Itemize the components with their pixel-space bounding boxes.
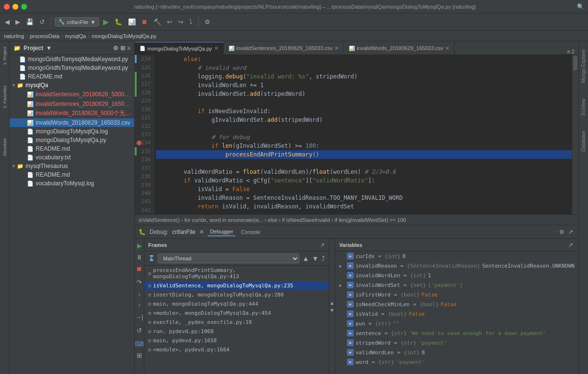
tab-inv-words[interactable]: 📊 invalidWords_20180629_165033.csv ✕	[344, 42, 455, 54]
tree-item-readme2[interactable]: 📄 README.md	[10, 144, 134, 153]
sidebar-tab-favorites[interactable]: 2: Favorites	[0, 80, 10, 114]
toolbar-undo-btn[interactable]: ↺	[38, 17, 47, 26]
breadcrumb-item-0[interactable]: naturling	[4, 33, 24, 39]
code-line-236	[156, 159, 572, 168]
step-out-btn[interactable]: ↪	[176, 17, 185, 26]
var-item-validwordlen[interactable]: ≡ validWordLen = {int} 8	[335, 348, 578, 357]
tab-mongo-dialog[interactable]: 📄 mongoDialogToMysqlQa.py ✕	[135, 42, 224, 54]
tab-close-icon[interactable]: ✕	[214, 45, 218, 52]
right-tab-sciview[interactable]: SciView	[580, 91, 587, 123]
project-gear-icon[interactable]: ⚙	[113, 45, 118, 52]
maximize-button[interactable]	[21, 4, 27, 10]
run-to-cursor-btn[interactable]: →|	[135, 312, 144, 322]
tree-item-invwords1[interactable]: 📊 invalidWords_20180628_5000个无效单词	[10, 108, 134, 118]
search-icon[interactable]: 🔍	[577, 3, 584, 10]
right-tab-mongo[interactable]: Mongo Explorer	[580, 41, 587, 91]
sidebar-tab-structure[interactable]: Structure	[0, 133, 10, 162]
run-config-dropdown[interactable]: 🔧 crifanFile ▼	[55, 17, 99, 26]
project-settings-icon[interactable]: ≡	[127, 45, 130, 52]
frame-item-3[interactable]: ⊞ main, mongoDialogToMysqlQa.py:444	[144, 299, 329, 309]
var-item-invalidwordlen[interactable]: ≡ invalidWordLen = {int} 1	[335, 271, 578, 280]
thread-down-btn[interactable]: ▼	[312, 255, 319, 262]
build-btn[interactable]: 🔨	[152, 17, 163, 26]
vars-expand-btn[interactable]: ↗	[567, 241, 575, 249]
tree-item-vocab[interactable]: 📄 vocabulary.txt	[10, 153, 134, 162]
frame-item-2[interactable]: ⊞ insertDialog, mongoDialogToMysqlQa.py:…	[144, 290, 329, 299]
tree-item-readme[interactable]: 📄 README.md	[10, 72, 134, 81]
frame-expand-btn[interactable]: ↗	[320, 242, 325, 248]
step-over-btn[interactable]: ↷	[135, 277, 144, 287]
sidebar-tab-project[interactable]: 1: Project	[0, 41, 10, 70]
toolbar-forward-btn[interactable]: ▶	[13, 17, 22, 26]
stop-debug-btn[interactable]: ⏹	[135, 264, 144, 273]
thread-dropdown[interactable]: MainThread	[158, 254, 299, 263]
scroll-down-btn[interactable]: ▼	[330, 308, 334, 313]
breadcrumb-item-3[interactable]: mongoDialogToMysqlQa.py	[91, 33, 156, 39]
pause-btn[interactable]: ⏸	[135, 252, 144, 262]
stop-button[interactable]: ⏹	[140, 17, 150, 26]
code-lines[interactable]: else: # invalid word logging.debug("inva…	[154, 55, 572, 214]
tree-item-readme3[interactable]: 📄 README.md	[10, 170, 134, 179]
var-item-stripedword[interactable]: ≡ stripedWord = {str} 'payment'	[335, 338, 578, 348]
run-button[interactable]: ▶	[101, 16, 111, 27]
tab-close-icon-2[interactable]: ✕	[334, 45, 339, 52]
editor-scrollbar[interactable]	[572, 55, 578, 214]
restore-layout-btn[interactable]: ⊞	[135, 350, 144, 360]
right-tab-database[interactable]: Database	[580, 123, 587, 159]
var-item-curidx[interactable]: ≡ curIdx = {int} 8	[335, 251, 578, 261]
var-item-sentence[interactable]: ≡ sentence = {str} 'We need to save enou…	[335, 328, 578, 338]
tree-item-invwords2[interactable]: 📊 invalidWords_20180629_165033.csv	[10, 118, 134, 127]
project-expand-icon[interactable]: ⊞	[120, 45, 125, 52]
debugger-tab[interactable]: Debugger	[208, 228, 235, 236]
tree-item-invsentences2[interactable]: 📊 invalidSentences_20180629_165033.csv	[10, 100, 134, 108]
tree-item[interactable]: 📄 mongoGridfsTomysqlMediaKeyword.py	[10, 55, 134, 64]
frame-item-8[interactable]: ⊞ <module>, pydevd.py:1664	[144, 345, 329, 354]
thread-up-btn[interactable]: ▲	[302, 255, 309, 262]
scroll-up-btn[interactable]: ▲	[330, 300, 334, 306]
tab-inv-sentences[interactable]: 📊 invalidSentences_20180629_165033.csv ✕	[224, 42, 345, 54]
frame-item-1[interactable]: ⊞ isValidSentence, mongoDialogToMysqlQa.…	[144, 281, 329, 290]
debug-config-close[interactable]: ✕	[199, 229, 204, 235]
minimize-button[interactable]	[13, 4, 18, 10]
tree-item-invsentences1[interactable]: 📊 invalidSentences_20180628_5000个无效!	[10, 90, 134, 100]
var-item-isneedcheckminlen[interactable]: ≡ isNeedCheckMinLen = {bool} False	[335, 299, 578, 309]
var-item-word[interactable]: ≡ word = {str} 'payment'	[335, 357, 578, 367]
tree-folder-mysqlqa[interactable]: ▼ 📁 mysqlQa	[10, 81, 134, 90]
evaluate-btn[interactable]: ⌨	[135, 339, 144, 348]
step-btn[interactable]: ↩	[165, 17, 174, 26]
step-into-btn[interactable]: ⤵	[187, 17, 194, 26]
resume-btn[interactable]: ▶	[135, 241, 144, 250]
debug-settings-btn[interactable]: ⚙	[558, 228, 566, 236]
close-button[interactable]	[4, 4, 10, 10]
tree-item-vocab2[interactable]: 📄 vocabularyToMysql.log	[10, 179, 134, 188]
frame-item-5[interactable]: ⊞ execfile, _pydev_execfile.py:18	[144, 318, 329, 327]
var-item-isvalid[interactable]: ≡ isValid = {bool} False	[335, 309, 578, 319]
console-tab[interactable]: Console	[239, 228, 262, 236]
toolbar-back-btn[interactable]: ◀	[3, 17, 12, 26]
toolbar-save-btn[interactable]: 💾	[24, 17, 36, 26]
breadcrumb-item-1[interactable]: processData	[30, 33, 60, 39]
var-item-isfirstword[interactable]: ≡ isFirstWord = {bool} False	[335, 290, 578, 299]
tree-item-log[interactable]: 📄 mongoDialogToMysqlQa.log	[10, 127, 134, 136]
debug-button[interactable]: 🐛	[113, 17, 124, 26]
project-header-icons: ⚙ ⊞ ≡	[113, 45, 130, 52]
frame-item-4[interactable]: ⊞ <module>, mongoDialogToMysqlQa.py:454	[144, 309, 329, 318]
settings-btn[interactable]: ⚙	[203, 17, 212, 26]
tree-item[interactable]: 📄 mongoGridfsTomysqlMediaKeyword.py	[10, 64, 134, 72]
tree-item-py[interactable]: 📄 mongoDialogToMysqlQa.py	[10, 136, 134, 144]
frame-item-7[interactable]: ⊞ main, pydevd.py:1658	[144, 336, 329, 345]
var-item-pun[interactable]: ≡ pun = {str} ""	[335, 319, 578, 328]
breadcrumb-item-2[interactable]: mysqlQa	[65, 33, 86, 39]
rerun-btn[interactable]: ↺	[135, 325, 144, 335]
run-with-coverage-btn[interactable]: 📊	[126, 17, 138, 26]
step-into-debug-btn[interactable]: ↓	[135, 289, 144, 298]
tree-folder-thesaurus[interactable]: ▼ 📁 mysqlThesaurus	[10, 162, 134, 170]
step-out-debug-btn[interactable]: ↑	[135, 300, 144, 310]
var-item-invalidreason[interactable]: ▶ ≡ invalidReason = {SentenceInvalidReas…	[335, 261, 578, 271]
thread-export-btn[interactable]: ⤴	[321, 255, 325, 262]
var-item-invalidwordset[interactable]: ▶ ≡ invalidWordSet = {set} {'payment'}	[335, 280, 578, 290]
frame-item-6[interactable]: ⊞ run, pydevd.py:1068	[144, 327, 329, 336]
debug-expand-btn[interactable]: ↗	[567, 228, 575, 236]
tab-close-icon-3[interactable]: ✕	[445, 45, 449, 52]
frame-item-0[interactable]: ⊞ processEndAndPrintSummary, mongoDialog…	[144, 266, 329, 281]
